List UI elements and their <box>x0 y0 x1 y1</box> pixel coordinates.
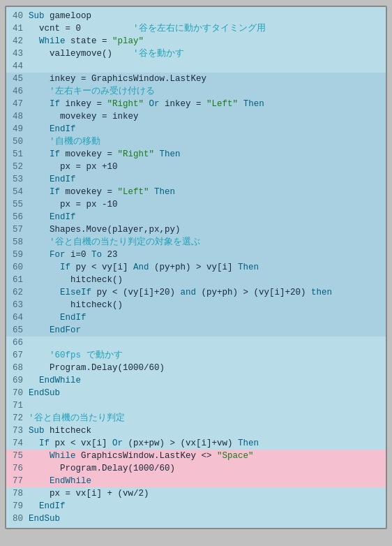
keyword-token: If <box>29 187 60 197</box>
plain-token: py < (vy[i]+20) <box>91 288 181 297</box>
line-text: px = px +10 <box>29 161 386 173</box>
line-number: 44 <box>6 60 29 73</box>
keyword-token: If <box>29 438 50 448</box>
line-text: '60fps で動かす <box>29 349 386 362</box>
code-line: 68 Program.Delay(1000/60) <box>6 362 386 374</box>
code-line: 48 movekey = inkey <box>6 110 386 123</box>
keyword-token: Then <box>238 263 259 272</box>
line-number: 80 <box>6 512 29 525</box>
plain-token: inkey = GraphicsWindow.LastKey <box>29 74 206 84</box>
plain-token: Shapes.Move(player,px,py) <box>29 225 181 235</box>
plain-token: movekey = <box>60 187 118 197</box>
plain-token: px = px -10 <box>29 200 118 209</box>
keyword-token: EndWhile <box>29 376 81 385</box>
line-number: 42 <box>6 35 29 47</box>
line-number: 59 <box>6 249 29 261</box>
code-line: 57 Shapes.Move(player,px,py) <box>6 223 386 236</box>
keyword-token: If <box>29 263 70 272</box>
line-text: hitcheck() <box>29 274 386 286</box>
string-token: "play" <box>112 36 144 46</box>
keyword-token: and <box>181 288 197 297</box>
code-line: 71 <box>6 399 386 412</box>
line-text: While state = "play" <box>29 35 386 47</box>
keyword-token: EndIf <box>29 175 76 184</box>
line-text: EndIf <box>29 311 386 324</box>
comment-token: '自機の移動 <box>29 137 100 147</box>
line-number: 66 <box>6 337 29 349</box>
keyword-token: then <box>311 288 332 297</box>
keyword-token: And <box>133 263 149 272</box>
line-text: If movekey = "Right" Then <box>29 148 386 161</box>
line-number: 63 <box>6 299 29 311</box>
line-text: EndIf <box>29 211 386 223</box>
plain-token: vcnt <box>29 24 66 34</box>
plain-token: (px+pw) > (vx[i]+vw) <box>123 438 238 448</box>
line-text: While GraphicsWindow.LastKey <> "Space" <box>29 450 386 462</box>
keyword-token: Then <box>160 149 181 159</box>
line-text: For i=0 To 23 <box>29 249 386 261</box>
line-number: 72 <box>6 412 29 425</box>
keyword-token: EndSub <box>29 514 60 524</box>
keyword-token: While <box>29 36 66 46</box>
line-text: If movekey = "Left" Then <box>29 186 386 198</box>
comment-token: '左右キーのみ受け付ける <box>29 87 155 96</box>
line-number: 52 <box>6 161 29 173</box>
line-text: EndFor <box>29 324 386 337</box>
plain-token: movekey = <box>60 149 118 159</box>
line-number: 49 <box>6 123 29 135</box>
line-text: '左右キーのみ受け付ける <box>29 85 386 98</box>
plain-token <box>149 187 155 197</box>
string-token: "Left" <box>206 99 238 109</box>
code-line: 74 If px < vx[i] Or (px+pw) > (vx[i]+vw)… <box>6 437 386 450</box>
line-number: 61 <box>6 274 29 286</box>
line-number: 67 <box>6 349 29 362</box>
line-number: 53 <box>6 173 29 186</box>
plain-token: = 0 <box>66 24 82 34</box>
code-line: 61 hitcheck() <box>6 274 386 286</box>
code-editor: 40Sub gameloop41 vcnt = 0 '谷を左右に動かすタイミング… <box>5 6 387 529</box>
line-text: Sub hitcheck <box>29 425 386 437</box>
code-line: 62 ElseIf py < (vy[i]+20) and (py+ph) > … <box>6 286 386 299</box>
comment-token: '谷を左右に動かすタイミング用 <box>133 24 266 34</box>
code-line: 63 hitcheck() <box>6 299 386 311</box>
keyword-token: Then <box>154 187 175 197</box>
code-line: 79 EndIf <box>6 500 386 512</box>
line-text: Program.Delay(1000/60) <box>29 462 386 475</box>
keyword-token: Then <box>238 438 259 448</box>
line-text: vcnt = 0 '谷を左右に動かすタイミング用 <box>29 22 386 35</box>
line-number: 76 <box>6 462 29 475</box>
line-number: 57 <box>6 223 29 236</box>
plain-token: (py+ph) > (vy[i]+20) <box>196 288 311 297</box>
line-number: 75 <box>6 450 29 462</box>
code-line: 58 '谷と自機の当たり判定の対象を選ぶ <box>6 236 386 249</box>
line-number: 56 <box>6 211 29 223</box>
code-line: 49 EndIf <box>6 123 386 135</box>
code-line: 65 EndFor <box>6 324 386 337</box>
code-line: 59 For i=0 To 23 <box>6 249 386 261</box>
line-text: ElseIf py < (vy[i]+20) and (py+ph) > (vy… <box>29 286 386 299</box>
plain-token: GraphicsWindow.LastKey <> <box>76 451 218 461</box>
line-number: 68 <box>6 362 29 374</box>
comment-token: '谷と自機の当たり判定の対象を選ぶ <box>29 237 200 247</box>
keyword-token: EndIf <box>29 212 76 222</box>
code-line: 41 vcnt = 0 '谷を左右に動かすタイミング用 <box>6 22 386 35</box>
comment-token: '谷を動かす <box>133 49 184 59</box>
line-number: 50 <box>6 135 29 148</box>
line-text: EndSub <box>29 512 386 525</box>
string-token: "Right" <box>118 149 155 159</box>
code-line: 78 px = vx[i] + (vw/2) <box>6 487 386 500</box>
line-text: px = vx[i] + (vw/2) <box>29 487 386 500</box>
plain-token: hitcheck <box>45 426 92 436</box>
keyword-token: EndIf <box>29 124 76 134</box>
line-number: 41 <box>6 22 29 35</box>
code-line: 75 While GraphicsWindow.LastKey <> "Spac… <box>6 450 386 462</box>
plain-token: inkey = <box>160 99 207 109</box>
line-text: inkey = GraphicsWindow.LastKey <box>29 73 386 85</box>
code-line: 69 EndWhile <box>6 374 386 387</box>
code-line: 52 px = px +10 <box>6 161 386 173</box>
code-line: 76 Program.Delay(1000/60) <box>6 462 386 475</box>
keyword-token: If <box>29 149 60 159</box>
plain-token: Program.Delay( <box>29 464 133 473</box>
plain-token <box>238 99 243 109</box>
plain-token: i=0 <box>66 250 92 260</box>
